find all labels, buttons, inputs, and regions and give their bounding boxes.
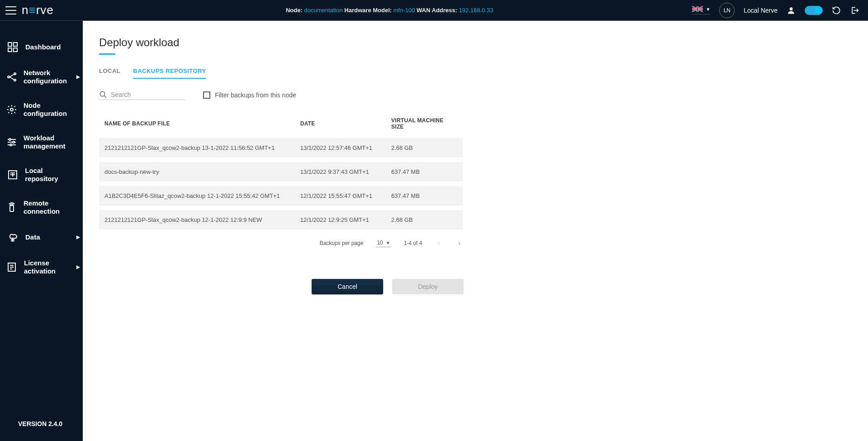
svg-point-6 (8, 76, 9, 78)
language-selector[interactable]: ▼ (692, 6, 710, 14)
tenant-name: Local Nerve (744, 7, 778, 14)
chevron-right-icon: ▶ (76, 235, 80, 240)
svg-rect-2 (8, 43, 12, 46)
sidebar-item-dashboard[interactable]: Dashboard (0, 34, 83, 61)
dashboard-icon (6, 42, 19, 53)
logout-icon[interactable] (850, 6, 859, 15)
pager: Backups per page 10 ▼ 1-4 of 4 ‹ › (99, 239, 463, 247)
hw-label: Hardware Model: (344, 7, 392, 14)
cell-name: A1B2C3D4E5F6-Slitaz_qcow2-backup 12-1-20… (99, 186, 295, 206)
cell-date: 12/1/2022 12:9:25 GMT+1 (295, 210, 386, 230)
page-next[interactable]: › (455, 239, 463, 247)
cell-size: 2.68 GB (386, 138, 463, 158)
sidebar-item-license-activation[interactable]: License activation ▶ (0, 251, 83, 283)
sidebar-item-node-configuration[interactable]: Node configuration (0, 93, 83, 126)
sidebar-item-label: Data (25, 233, 40, 241)
search-input[interactable] (111, 91, 185, 98)
flag-uk-icon (692, 6, 703, 12)
sidebar-item-label: Local repository (25, 167, 76, 183)
sidebar: Dashboard Network configuration ▶ Node c… (0, 21, 83, 441)
sidebar-item-label: Node configuration (24, 101, 76, 118)
page-range: 1-4 of 4 (404, 240, 422, 246)
sidebar-item-label: Dashboard (25, 43, 61, 51)
svg-point-10 (9, 139, 11, 140)
search-icon (99, 91, 107, 99)
filter-label: Filter backups from this node (215, 91, 296, 99)
svg-point-9 (10, 108, 13, 111)
page-title: Deploy workload (99, 36, 852, 49)
cell-date: 13/1/2022 9:37:43 GMT+1 (295, 162, 386, 182)
cell-name: 2121212121GP-Slax_qcow2-backup 12-1-2022… (99, 210, 295, 230)
sliders-icon (6, 137, 17, 148)
gear-icon (6, 104, 17, 115)
wan-label: WAN Address: (417, 7, 457, 14)
repository-icon (6, 169, 19, 180)
svg-rect-14 (10, 206, 14, 211)
deploy-button[interactable]: Deploy (392, 279, 464, 294)
version-label: VERSION 2.4.0 (0, 420, 83, 441)
sidebar-item-label: License activation (24, 259, 76, 275)
cell-name: 2121212121GP-Slax_qcow2-backup 13-1-2022… (99, 138, 295, 158)
column-header-name: NAME OF BACKUP FILE (99, 117, 295, 134)
hamburger-icon[interactable] (5, 6, 16, 15)
chevron-down-icon: ▼ (386, 240, 390, 245)
sidebar-item-label: Remote connection (24, 199, 76, 216)
tab-local[interactable]: LOCAL (99, 67, 120, 79)
license-icon (6, 262, 18, 273)
sidebar-item-local-repository[interactable]: Local repository (0, 158, 83, 191)
node-value: documentation (304, 7, 342, 14)
cell-size: 637.47 MB (386, 186, 463, 206)
table-row[interactable]: 2121212121GP-Slax_qcow2-backup 13-1-2022… (99, 138, 463, 158)
main-content: Deploy workload LOCAL BACKUPS REPOSITORY… (83, 21, 868, 441)
svg-rect-5 (14, 48, 17, 52)
remote-icon (6, 202, 17, 213)
cell-date: 13/1/2022 12:57:46 GMT+1 (295, 138, 386, 158)
theme-toggle[interactable] (805, 6, 823, 15)
svg-point-12 (10, 144, 12, 146)
sidebar-item-remote-connection[interactable]: Remote connection (0, 191, 83, 224)
cancel-button[interactable]: Cancel (312, 279, 383, 294)
sidebar-item-label: Network configuration (24, 69, 76, 85)
topbar: n≡rve Node: documentation Hardware Model… (0, 0, 868, 21)
table-row[interactable]: 2121212121GP-Slax_qcow2-backup 12-1-2022… (99, 210, 463, 230)
cloud-data-icon (6, 232, 19, 243)
chevron-right-icon: ▶ (76, 74, 80, 80)
sidebar-item-label: Workload management (24, 134, 76, 150)
per-page-select[interactable]: 10 ▼ (376, 239, 391, 247)
sidebar-item-network-configuration[interactable]: Network configuration ▶ (0, 61, 83, 93)
table-row[interactable]: A1B2C3D4E5F6-Slitaz_qcow2-backup 12-1-20… (99, 186, 463, 206)
sidebar-item-data[interactable]: Data ▶ (0, 224, 83, 251)
tab-backups-repository[interactable]: BACKUPS REPOSITORY (133, 67, 206, 79)
cell-size: 637.47 MB (386, 162, 463, 182)
wan-value: 192.168.0.33 (459, 7, 493, 14)
table-row[interactable]: docs-backup-new-try 13/1/2022 9:37:43 GM… (99, 162, 463, 182)
svg-point-16 (100, 91, 105, 96)
logo: n≡rve (22, 3, 54, 17)
node-label: Node: (286, 7, 303, 14)
per-page-value: 10 (377, 240, 383, 246)
avatar[interactable]: LN (719, 3, 735, 18)
column-header-date: DATE (295, 117, 386, 134)
svg-point-7 (14, 73, 16, 75)
cell-name: docs-backup-new-try (99, 162, 295, 182)
sidebar-item-workload-management[interactable]: Workload management (0, 126, 83, 158)
filter-checkbox[interactable] (203, 91, 210, 99)
svg-point-11 (13, 141, 14, 143)
per-page-label: Backups per page (320, 240, 364, 246)
user-icon[interactable] (787, 6, 796, 15)
hw-value: mfn-100 (394, 7, 415, 14)
chevron-down-icon: ▼ (706, 7, 710, 12)
backups-table: NAME OF BACKUP FILE DATE VIRTUAL MACHINE… (99, 113, 463, 234)
page-prev[interactable]: ‹ (435, 239, 442, 247)
network-icon (6, 72, 17, 82)
column-header-size: VIRTUAL MACHINE SIZE (386, 117, 463, 134)
refresh-icon[interactable] (832, 6, 841, 15)
cell-size: 2.68 GB (386, 210, 463, 230)
title-underline (99, 53, 115, 55)
svg-rect-3 (14, 43, 17, 46)
node-info: Node: documentation Hardware Model: mfn-… (87, 7, 692, 14)
svg-point-1 (790, 7, 793, 10)
search-field[interactable] (99, 90, 185, 100)
chevron-right-icon: ▶ (76, 264, 80, 270)
tabs: LOCAL BACKUPS REPOSITORY (99, 67, 852, 79)
